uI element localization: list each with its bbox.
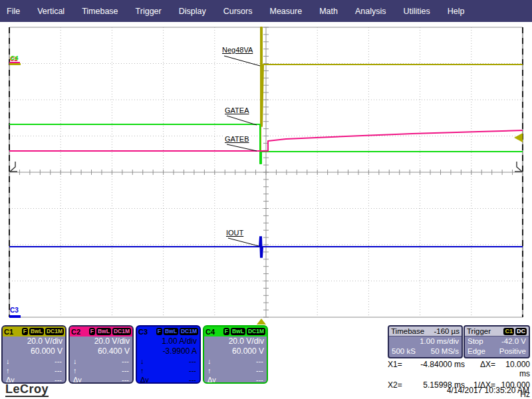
max-value: --- bbox=[122, 366, 129, 375]
trigger-mode: Stop bbox=[467, 336, 483, 346]
lecroy-logo: LeCroy bbox=[5, 383, 49, 397]
channel-badges: F BwL DC1M bbox=[89, 328, 131, 335]
delta-y-value: --- bbox=[256, 375, 263, 384]
max-arrow-icon: ↑ bbox=[140, 366, 144, 375]
menu-cursors[interactable]: Cursors bbox=[215, 7, 261, 16]
channel-offset: -3.9900 A bbox=[137, 346, 200, 356]
delta-y-label: Δy bbox=[207, 375, 216, 384]
filter-badge: F bbox=[156, 328, 162, 335]
channel-id: C2 bbox=[71, 328, 80, 336]
menu-math[interactable]: Math bbox=[311, 7, 346, 16]
trigger-panel[interactable]: Trigger C1 DC Stop -42.0 V Edge Positive bbox=[464, 325, 530, 358]
datetime: 4/14/2017 10:35:20 AM bbox=[447, 386, 529, 395]
max-value: --- bbox=[189, 366, 196, 375]
delta-y-label: Δy bbox=[140, 375, 149, 384]
delta-y-value: --- bbox=[189, 375, 196, 384]
min-arrow-icon: ↓ bbox=[6, 356, 10, 366]
bandwidth-badge: BwL bbox=[96, 328, 111, 335]
ground-marker-c4[interactable]: C4 bbox=[11, 55, 19, 61]
channel-scale: 20.0 V/div bbox=[70, 336, 132, 346]
channel-id: C4 bbox=[205, 328, 215, 336]
channel-id: C3 bbox=[138, 328, 148, 336]
timebase-offset: -160 µs bbox=[434, 327, 460, 335]
dx-label: ΔX= bbox=[465, 360, 495, 378]
coupling-badge: DC1M bbox=[45, 328, 64, 335]
timebase-header: Timebase -160 µs bbox=[389, 327, 462, 336]
channel-header-c1: C1 F BwL DC1M bbox=[3, 327, 65, 336]
x1-label: X1= bbox=[388, 360, 409, 378]
channel-badges: F BwL DC1M bbox=[22, 328, 64, 335]
trigger-source-badge: C1 bbox=[503, 328, 514, 335]
timebase-rate: 50 MS/s bbox=[431, 346, 459, 356]
menu-file[interactable]: File bbox=[7, 7, 29, 16]
filter-badge: F bbox=[223, 328, 229, 335]
channel-offset: 60.000 V bbox=[204, 346, 267, 356]
max-value: --- bbox=[55, 366, 62, 375]
min-arrow-icon: ↓ bbox=[207, 356, 211, 366]
timebase-title: Timebase bbox=[391, 327, 424, 335]
trigger-header: Trigger C1 DC bbox=[465, 327, 529, 336]
min-value: --- bbox=[122, 356, 129, 366]
channel-badges: F BwL DC1M bbox=[223, 328, 265, 335]
x1-value: -4.84000 ms bbox=[409, 360, 465, 378]
menu-measure[interactable]: Measure bbox=[261, 7, 311, 16]
trace-label-iout[interactable]: IOUT bbox=[225, 229, 245, 237]
min-value: --- bbox=[256, 356, 263, 366]
channel-header-c3: C3 F BwL DC1M bbox=[137, 327, 200, 336]
oscilloscope-screen: File Vertical Timebase Trigger Display C… bbox=[0, 0, 532, 399]
menu-utilities[interactable]: Utilities bbox=[394, 7, 438, 16]
ground-bar-c3 bbox=[9, 315, 21, 318]
trigger-type: Edge bbox=[467, 346, 485, 356]
bandwidth-badge: BwL bbox=[164, 328, 178, 335]
x2-label: X2= bbox=[388, 380, 409, 399]
channel-header-c4: C4 F BwL DC1M bbox=[204, 327, 267, 336]
trigger-slope: Positive bbox=[499, 346, 526, 356]
trigger-coupling-badge: DC bbox=[515, 328, 527, 335]
trace-label-neg48va[interactable]: Neg48VA bbox=[221, 46, 254, 55]
menu-bar: File Vertical Timebase Trigger Display C… bbox=[0, 0, 532, 22]
filter-badge: F bbox=[89, 328, 95, 335]
coupling-badge: DC1M bbox=[112, 328, 131, 335]
delta-y-label: Δy bbox=[73, 375, 82, 384]
channel-box-c2[interactable]: C2 F BwL DC1M 20.0 V/div 60.400 V ↓--- ↑… bbox=[68, 325, 134, 384]
trigger-level: -42.0 V bbox=[501, 336, 526, 346]
channel-offset: 60.400 V bbox=[70, 346, 132, 356]
timebase-samples: 500 kS bbox=[392, 346, 416, 356]
menu-timebase[interactable]: Timebase bbox=[73, 7, 126, 16]
bandwidth-badge: BwL bbox=[29, 328, 44, 335]
max-arrow-icon: ↑ bbox=[73, 366, 77, 375]
menu-vertical[interactable]: Vertical bbox=[29, 7, 73, 16]
delta-y-value: --- bbox=[122, 375, 129, 384]
channel-offset: 60.000 V bbox=[3, 346, 65, 356]
channel-header-c2: C2 F BwL DC1M bbox=[70, 327, 132, 336]
timebase-scale: 1.00 ms/div bbox=[420, 336, 459, 346]
min-arrow-icon: ↓ bbox=[73, 356, 77, 366]
timebase-panel[interactable]: Timebase -160 µs 1.00 ms/div 500 kS 50 M… bbox=[388, 325, 463, 358]
trace-label-gatea[interactable]: GATEA bbox=[223, 106, 250, 115]
max-value: --- bbox=[256, 366, 263, 375]
channel-scale: 20.0 V/div bbox=[204, 336, 267, 346]
filter-badge: F bbox=[22, 328, 28, 335]
channel-box-c3[interactable]: C3 F BwL DC1M 1.00 A/div -3.9900 A ↓--- … bbox=[136, 325, 201, 384]
channel-box-c4[interactable]: C4 F BwL DC1M 20.0 V/div 60.000 V ↓--- ↑… bbox=[203, 325, 268, 384]
dx-value: 10.000 ms bbox=[495, 360, 530, 378]
menu-analysis[interactable]: Analysis bbox=[346, 7, 395, 16]
channel-id: C1 bbox=[4, 328, 13, 336]
min-value: --- bbox=[55, 356, 62, 366]
min-value: --- bbox=[189, 356, 196, 366]
ground-bar-c1 bbox=[9, 63, 21, 65]
coupling-badge: DC1M bbox=[247, 328, 265, 335]
channel-scale: 1.00 A/div bbox=[137, 336, 200, 346]
trace-label-gateb[interactable]: GATEB bbox=[223, 135, 250, 144]
channel-box-c1[interactable]: C1 F BwL DC1M 20.0 V/div 60.000 V ↓--- ↑… bbox=[1, 325, 66, 384]
ground-marker-c3[interactable]: C3 bbox=[10, 307, 19, 313]
menu-display[interactable]: Display bbox=[170, 7, 215, 16]
max-arrow-icon: ↑ bbox=[6, 366, 10, 375]
trigger-badges: C1 DC bbox=[503, 328, 527, 335]
min-arrow-icon: ↓ bbox=[140, 356, 144, 366]
menu-trigger[interactable]: Trigger bbox=[127, 7, 170, 16]
menu-help[interactable]: Help bbox=[439, 7, 473, 16]
trigger-title: Trigger bbox=[467, 327, 491, 335]
max-arrow-icon: ↑ bbox=[207, 366, 211, 375]
bandwidth-badge: BwL bbox=[231, 328, 245, 335]
